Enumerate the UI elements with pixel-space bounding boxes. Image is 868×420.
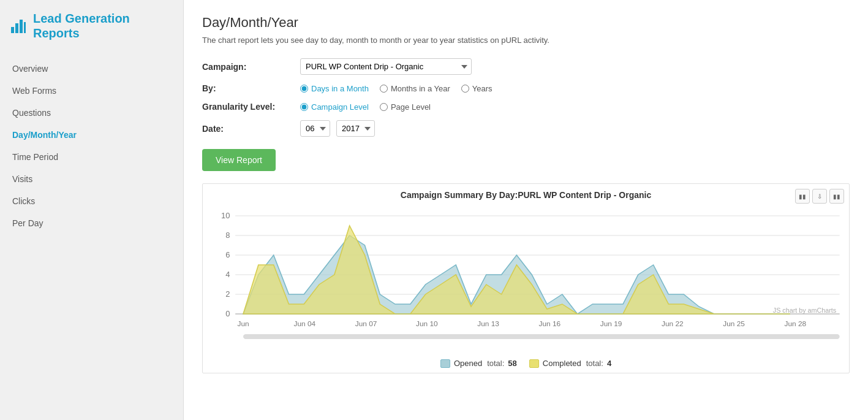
- svg-text:JS chart by amCharts: JS chart by amCharts: [773, 307, 836, 314]
- svg-text:Jun 19: Jun 19: [600, 320, 622, 327]
- sidebar-item-time-period[interactable]: Time Period: [0, 146, 183, 168]
- svg-rect-31: [243, 334, 840, 339]
- date-year-select[interactable]: 2015201620172018: [336, 120, 375, 137]
- chart-icon: [10, 17, 27, 34]
- opened-label: Opened: [454, 359, 482, 368]
- completed-label: Completed: [543, 359, 581, 368]
- chart-svg: 0 2 4 6 8 10 Jun Jun 04 Jun 07 Jun 10 Ju…: [209, 204, 843, 351]
- granularity-radio-group: Campaign LevelPage Level: [300, 102, 431, 112]
- sidebar-item-clicks[interactable]: Clicks: [0, 190, 183, 212]
- svg-text:Jun 13: Jun 13: [477, 320, 499, 327]
- opened-swatch: [440, 359, 450, 368]
- sidebar-item-questions[interactable]: Questions: [0, 102, 183, 124]
- sidebar-item-visits[interactable]: Visits: [0, 168, 183, 190]
- svg-text:Jun 07: Jun 07: [355, 320, 377, 327]
- sidebar-item-web-forms[interactable]: Web Forms: [0, 80, 183, 102]
- chart-pause-right-button[interactable]: ▮▮: [829, 189, 844, 204]
- svg-text:6: 6: [225, 251, 230, 259]
- date-row: Date: 010203040506070809101112 201520162…: [202, 120, 850, 137]
- granularity-label: Granularity Level:: [202, 102, 300, 112]
- svg-text:Jun 16: Jun 16: [539, 320, 561, 327]
- campaign-control: PURL WP Content Drip - Organic: [300, 58, 472, 75]
- chart-area: 0 2 4 6 8 10 Jun Jun 04 Jun 07 Jun 10 Ju…: [209, 204, 843, 353]
- chart-pause-left-button[interactable]: ▮▮: [795, 189, 810, 204]
- svg-text:Jun: Jun: [238, 320, 249, 327]
- chart-download-button[interactable]: ⇩: [812, 189, 827, 204]
- page-title: Day/Month/Year: [202, 15, 850, 31]
- sidebar-title: Lead Generation Reports: [33, 11, 171, 40]
- svg-rect-1: [15, 23, 18, 33]
- granularity-row: Granularity Level: Campaign LevelPage Le…: [202, 102, 850, 112]
- by-radio-months[interactable]: Months in a Year: [380, 84, 450, 93]
- by-radio-days[interactable]: Days in a Month: [300, 84, 369, 93]
- by-radio-years[interactable]: Years: [461, 84, 492, 93]
- granularity-radio-campaign[interactable]: Campaign Level: [300, 102, 369, 112]
- svg-text:0: 0: [225, 310, 230, 318]
- sidebar-item-per-day[interactable]: Per Day: [0, 212, 183, 234]
- opened-total-label: total:: [487, 359, 504, 368]
- page-subtitle: The chart report lets you see day to day…: [202, 36, 850, 45]
- by-row: By: Days in a MonthMonths in a YearYears: [202, 83, 850, 93]
- sidebar-item-overview[interactable]: Overview: [0, 58, 183, 80]
- sidebar-header: Lead Generation Reports: [0, 0, 183, 52]
- opened-total-value: 58: [508, 359, 516, 368]
- chart-controls: ▮▮ ⇩ ▮▮: [795, 189, 844, 204]
- svg-text:Jun 10: Jun 10: [416, 320, 438, 327]
- svg-text:Jun 28: Jun 28: [785, 320, 807, 327]
- svg-text:2: 2: [225, 290, 230, 298]
- campaign-label: Campaign:: [202, 62, 300, 72]
- date-label: Date:: [202, 124, 300, 134]
- svg-text:10: 10: [221, 212, 230, 220]
- sidebar: Lead Generation Reports OverviewWeb Form…: [0, 0, 184, 420]
- main-content: Day/Month/Year The chart report lets you…: [184, 0, 868, 420]
- svg-text:4: 4: [225, 270, 230, 278]
- svg-rect-3: [24, 22, 26, 33]
- svg-rect-0: [11, 27, 14, 33]
- date-month-select[interactable]: 010203040506070809101112: [300, 120, 330, 137]
- sidebar-item-day-month-year[interactable]: Day/Month/Year: [0, 124, 183, 146]
- granularity-radio-page[interactable]: Page Level: [380, 102, 431, 112]
- by-radio-group: Days in a MonthMonths in a YearYears: [300, 84, 492, 93]
- by-label: By:: [202, 83, 300, 93]
- chart-legend: Opened total: 58 Completed total: 4: [209, 353, 843, 373]
- svg-text:8: 8: [225, 231, 230, 239]
- svg-text:Jun 04: Jun 04: [294, 320, 316, 327]
- sidebar-nav: OverviewWeb FormsQuestionsDay/Month/Year…: [0, 52, 183, 240]
- completed-swatch: [529, 359, 539, 368]
- date-control: 010203040506070809101112 201520162017201…: [300, 120, 375, 137]
- completed-total-value: 4: [607, 359, 611, 368]
- chart-container: Campaign Summary By Day:PURL WP Content …: [202, 183, 850, 373]
- legend-completed: Completed total: 4: [529, 359, 611, 368]
- svg-rect-2: [20, 20, 23, 33]
- svg-text:Jun 22: Jun 22: [662, 320, 684, 327]
- legend-opened: Opened total: 58: [440, 359, 517, 368]
- completed-total-label: total:: [586, 359, 603, 368]
- view-report-button[interactable]: View Report: [202, 149, 276, 171]
- svg-text:Jun 25: Jun 25: [723, 320, 745, 327]
- campaign-row: Campaign: PURL WP Content Drip - Organic: [202, 58, 850, 75]
- chart-title: Campaign Summary By Day:PURL WP Content …: [209, 190, 843, 200]
- campaign-select[interactable]: PURL WP Content Drip - Organic: [300, 58, 472, 75]
